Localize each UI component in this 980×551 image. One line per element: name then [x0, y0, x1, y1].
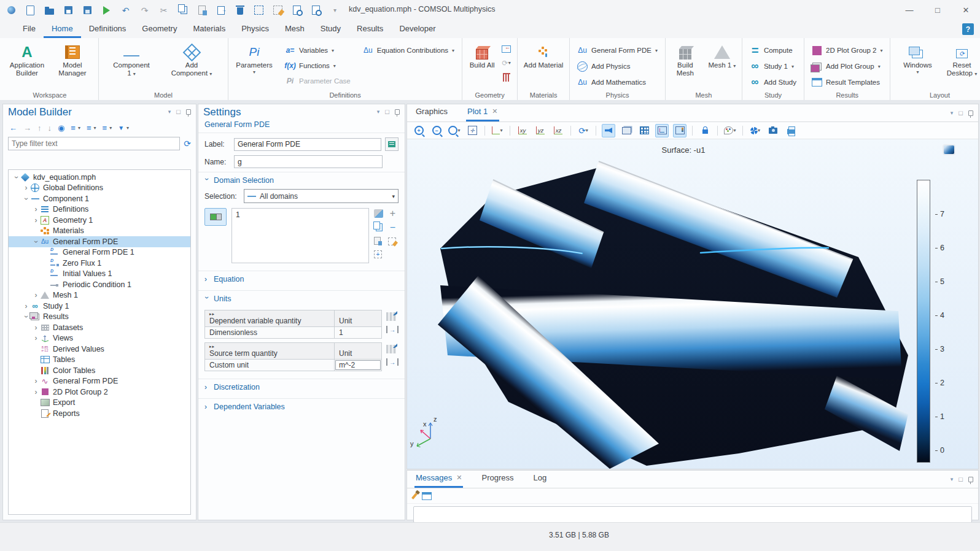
tree-item-tables[interactable]: Tables [9, 355, 190, 366]
import-geometry-icon[interactable] [501, 44, 511, 54]
build-all-button[interactable]: Build All [468, 41, 496, 90]
change-unit-icon[interactable]: → [386, 358, 399, 366]
tree-item-zero-flux1[interactable]: Zero Flux 1 [9, 258, 190, 269]
equation-header[interactable]: › Equation [198, 271, 405, 287]
color-legend-icon[interactable] [673, 124, 686, 137]
add-to-selection-icon[interactable]: + [388, 209, 397, 218]
tree-item-geometry1[interactable]: ›Geometry 1 [9, 215, 190, 226]
tree-item-global-definitions[interactable]: ›Global Definitions [9, 183, 190, 194]
tab-graphics[interactable]: Graphics [414, 107, 449, 121]
tree-item-reports[interactable]: Reports [9, 408, 190, 419]
add-material-button[interactable]: Add Material [523, 41, 564, 90]
menu-study[interactable]: Study [313, 20, 349, 38]
panel-pin-icon[interactable] [968, 477, 973, 482]
panel-pin-icon[interactable] [395, 109, 400, 115]
help-button[interactable]: ? [962, 23, 974, 35]
rename-button[interactable] [385, 137, 399, 151]
menu-physics[interactable]: Physics [233, 20, 277, 38]
menu-developer[interactable]: Developer [391, 20, 443, 38]
tree-item-general-form-pde[interactable]: ›ΔuGeneral Form PDE [9, 236, 190, 247]
panel-pin-icon[interactable] [968, 110, 973, 116]
plot-group-dropdown[interactable]: 2D Plot Group 2▾ [810, 44, 884, 57]
refresh-icon[interactable]: ⟳ [184, 139, 191, 148]
panel-pin-icon[interactable] [186, 109, 191, 115]
add-component-button[interactable]: Add Component ▾ [168, 41, 216, 90]
view-xy-icon[interactable]: xy [516, 124, 529, 137]
print-icon[interactable] [784, 124, 798, 137]
axis-orientation-icon[interactable] [655, 124, 669, 137]
duplicate-icon[interactable] [216, 5, 226, 15]
clear-messages-icon[interactable] [411, 493, 418, 499]
undo-icon[interactable]: ↶ [120, 5, 131, 15]
tree-item-color-tables[interactable]: Color Tables [9, 365, 190, 376]
image-snapshot-icon[interactable] [766, 124, 780, 137]
plot-canvas[interactable]: z x y Surface: -u1 7 6 5 4 3 2 1 0 [407, 139, 978, 469]
tree-item-materials[interactable]: Materials [9, 226, 190, 237]
clear-selection-icon[interactable] [388, 237, 396, 245]
remove-from-selection-icon[interactable]: − [388, 223, 397, 232]
tab-progress[interactable]: Progress [480, 473, 515, 488]
filter-icon[interactable]: ▼ [118, 125, 124, 131]
zoom-extents-icon[interactable]: ✛ [465, 124, 479, 137]
delete-icon[interactable] [235, 5, 245, 15]
build-mesh-button[interactable]: Build Mesh [671, 41, 699, 90]
menu-geometry[interactable]: Geometry [134, 20, 185, 38]
view-yz-icon[interactable]: yz [534, 124, 547, 137]
tree-item-derived-values[interactable]: Derived Values [9, 344, 190, 355]
close-tab-icon[interactable]: ✕ [492, 107, 497, 115]
close-button[interactable]: ✕ [952, 0, 980, 20]
forward-icon[interactable]: → [23, 123, 31, 133]
model-manager-button[interactable]: Model Manager [52, 41, 93, 90]
expand-all-icon[interactable]: ≡ [71, 123, 76, 133]
unit-cell[interactable]: 1 [335, 327, 381, 338]
run-icon[interactable] [101, 5, 112, 15]
unit-cell[interactable]: m^-2 [335, 360, 381, 371]
discretization-header[interactable]: › Discretization [198, 379, 405, 395]
messages-output[interactable] [413, 506, 972, 523]
grid-icon[interactable] [637, 124, 651, 137]
add-study-button[interactable]: ∞ Add Study [748, 75, 798, 89]
update-plot-icon[interactable]: ▾ [749, 124, 762, 137]
scene-light-icon[interactable] [602, 124, 615, 137]
tree-item-initial-values1[interactable]: Initial Values 1 [9, 269, 190, 280]
change-unit-icon[interactable]: → [386, 326, 399, 333]
collapse-all-icon[interactable]: ≡ [87, 123, 91, 133]
active-toggle-button[interactable] [204, 208, 227, 226]
new-file-icon[interactable] [25, 5, 36, 15]
tree-item-mesh1[interactable]: ›Mesh 1 [9, 290, 190, 301]
go-to-view-icon[interactable]: ▾ [491, 124, 504, 137]
cut-icon[interactable]: ✂ [158, 5, 169, 15]
domain-list[interactable]: 1 [231, 208, 369, 263]
tree-item-export[interactable]: Export [9, 398, 190, 409]
lock-view-icon[interactable] [698, 124, 712, 137]
menu-materials[interactable]: Materials [185, 20, 233, 38]
panel-collapse-icon[interactable]: ▾ [168, 109, 171, 115]
panel-float-icon[interactable]: □ [959, 476, 963, 483]
perspective-icon[interactable] [620, 124, 633, 137]
menu-file[interactable]: File [15, 20, 44, 38]
tree-item-component1[interactable]: ›Component 1 [9, 193, 190, 204]
tab-messages[interactable]: Messages ✕ [414, 473, 463, 488]
functions-button[interactable]: f(x) Functions▾ [283, 59, 352, 72]
menu-results[interactable]: Results [349, 20, 391, 38]
tree-item-datasets[interactable]: ›Datasets [9, 322, 190, 333]
redo-icon[interactable]: ↷ [139, 5, 150, 15]
menu-mesh[interactable]: Mesh [277, 20, 313, 38]
zoom-box-icon[interactable]: ▾ [448, 124, 461, 137]
move-up-icon[interactable]: ↑ [37, 123, 42, 133]
quantity-cell[interactable]: Custom unit [205, 360, 335, 371]
color-theme-icon[interactable]: ▾ [723, 124, 737, 137]
add-plot-group-button[interactable]: Add Plot Group▾ [810, 60, 884, 73]
create-selection-icon[interactable] [374, 209, 383, 218]
open-file-icon[interactable] [44, 5, 55, 15]
panel-collapse-icon[interactable]: ▾ [951, 110, 954, 116]
add-mathematics-button[interactable]: Δu Add Mathematics [575, 75, 659, 89]
reset-desktop-button[interactable]: ⟳ Reset Desktop ▾ [944, 41, 979, 90]
panel-collapse-icon[interactable]: ▾ [951, 476, 954, 482]
tab-log[interactable]: Log [532, 473, 548, 488]
edit-quantity-icon[interactable] [386, 345, 396, 353]
clear-selection-icon[interactable] [273, 5, 283, 15]
component1-button[interactable]: Component 1 ▾ [111, 41, 152, 90]
menu-home[interactable]: Home [44, 20, 81, 38]
panel-float-icon[interactable]: □ [176, 108, 181, 115]
